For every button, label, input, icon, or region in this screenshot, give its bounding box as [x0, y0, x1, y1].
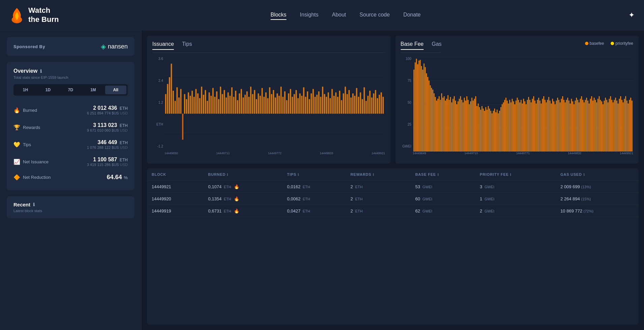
header: Watch the Burn Blocks Insights About Sou… — [0, 0, 644, 30]
nav-insights[interactable]: Insights — [300, 10, 318, 20]
burned-usd: 6 251 894 774 $US USD — [87, 111, 128, 115]
time-btn-7d[interactable]: 7D — [60, 86, 81, 94]
svg-rect-251 — [567, 98, 568, 152]
svg-rect-283 — [607, 102, 608, 152]
legend-priorityfee: priorityfee — [611, 41, 633, 46]
svg-rect-110 — [358, 97, 359, 113]
cell-priorityfee: 2 GWEI — [475, 205, 556, 217]
svg-rect-282 — [606, 100, 607, 152]
legend-basefee: basefee — [585, 41, 604, 46]
table-wrapper[interactable]: BLOCK BURNED ℹ TIPS ℹ REWARDS ℹ BASE FEE… — [147, 168, 639, 325]
theme-toggle-icon[interactable]: ✦ — [628, 11, 635, 20]
stat-net-issuance: 📈 Net Issuance 1 100 587 ETH 3 419 115 2… — [13, 153, 128, 170]
issuance-chart-card: Issuance Tips 3.6 2.4 1.2 ETH -1.2 — [147, 36, 391, 164]
flame-logo-icon — [9, 7, 24, 24]
sponsor-label: Sponsored By — [13, 44, 45, 49]
svg-rect-78 — [298, 98, 299, 113]
svg-rect-23 — [193, 97, 195, 113]
cell-gasused: 2 009 699 (13%) — [556, 181, 639, 193]
col-burned: BURNED ℹ — [204, 168, 282, 181]
header-right: ✦ — [614, 11, 635, 20]
svg-rect-8 — [167, 84, 168, 113]
svg-rect-288 — [614, 100, 615, 152]
nav-source-code[interactable]: Source code — [360, 10, 390, 20]
svg-rect-191 — [491, 113, 492, 152]
nansen-logo[interactable]: ◈ nansen — [101, 42, 128, 51]
cell-burned: 0,1354 ETH 🔥 — [204, 193, 282, 205]
svg-rect-117 — [371, 97, 372, 113]
net-reduction-label: Net Reduction — [23, 175, 51, 180]
svg-rect-40 — [225, 97, 227, 113]
tab-tips[interactable]: Tips — [182, 41, 192, 50]
nav-donate[interactable]: Donate — [403, 10, 421, 20]
net-issuance-usd: 3 419 115 286 $US USD — [87, 163, 128, 167]
tab-gas[interactable]: Gas — [432, 41, 441, 50]
recent-info-icon[interactable]: ℹ — [33, 202, 35, 207]
svg-rect-302 — [631, 101, 632, 152]
svg-rect-255 — [572, 101, 573, 152]
svg-rect-71 — [284, 91, 285, 113]
svg-rect-138 — [425, 67, 426, 152]
svg-rect-114 — [366, 101, 367, 113]
svg-rect-118 — [373, 93, 374, 113]
svg-rect-296 — [624, 99, 625, 152]
svg-rect-146 — [435, 97, 436, 152]
svg-rect-97 — [333, 96, 335, 113]
svg-rect-17 — [182, 114, 183, 140]
svg-rect-67 — [277, 93, 278, 113]
svg-rect-241 — [554, 104, 555, 152]
svg-rect-216 — [523, 99, 524, 152]
basefee-x-labels: 14449649 14449710 14449771 14449832 1444… — [413, 152, 634, 158]
svg-rect-58 — [259, 96, 261, 113]
table-row[interactable]: 14449921 0,1074 ETH 🔥 0,0162 ETH 2 ETH 5… — [147, 181, 639, 193]
svg-rect-224 — [533, 96, 534, 152]
svg-rect-133 — [418, 61, 419, 152]
cell-basefee: 60 GWEI — [410, 193, 475, 205]
svg-rect-109 — [356, 88, 357, 113]
recent-title-text: Recent — [13, 202, 30, 207]
svg-rect-44 — [233, 97, 235, 113]
svg-rect-292 — [619, 99, 620, 152]
nav-about[interactable]: About — [332, 10, 346, 20]
svg-rect-299 — [627, 103, 628, 152]
svg-rect-265 — [585, 100, 586, 152]
svg-rect-169 — [464, 98, 465, 152]
svg-rect-237 — [549, 101, 550, 152]
svg-rect-293 — [620, 96, 621, 152]
table-row[interactable]: 14449920 0,1354 ETH 🔥 0,0062 ETH 2 ETH 6… — [147, 193, 639, 205]
svg-rect-52 — [248, 97, 250, 113]
svg-rect-229 — [539, 101, 540, 152]
svg-rect-295 — [622, 102, 623, 152]
tab-issuance[interactable]: Issuance — [152, 41, 174, 50]
svg-rect-232 — [543, 96, 544, 152]
svg-rect-122 — [380, 92, 382, 113]
basefee-chart-svg — [413, 57, 634, 152]
table-row[interactable]: 14449919 0,6731 ETH 🔥 0,0427 ETH 2 ETH 6… — [147, 205, 639, 217]
time-btn-1h[interactable]: 1H — [15, 86, 36, 94]
svg-rect-301 — [630, 98, 631, 152]
svg-rect-262 — [581, 96, 582, 152]
svg-rect-175 — [471, 98, 472, 152]
svg-rect-32 — [211, 96, 212, 113]
time-btn-all[interactable]: All — [105, 86, 126, 94]
table-header: BLOCK BURNED ℹ TIPS ℹ REWARDS ℹ BASE FEE… — [147, 168, 639, 181]
svg-rect-173 — [469, 104, 470, 152]
overview-info-icon[interactable]: ℹ — [40, 69, 42, 74]
svg-rect-130 — [415, 62, 416, 152]
time-btn-1m[interactable]: 1M — [83, 86, 104, 94]
cell-block: 14449920 — [147, 193, 204, 205]
svg-rect-177 — [474, 99, 475, 152]
svg-rect-55 — [254, 90, 255, 113]
svg-rect-261 — [580, 99, 581, 152]
time-btn-1d[interactable]: 1D — [37, 86, 59, 94]
svg-rect-196 — [498, 113, 499, 152]
nav-blocks[interactable]: Blocks — [271, 10, 286, 20]
tab-basefee[interactable]: Base Fee — [401, 41, 424, 50]
svg-rect-50 — [244, 95, 246, 113]
svg-rect-270 — [591, 96, 592, 152]
time-filters: 1H 1D 7D 1M All — [13, 84, 128, 96]
svg-rect-143 — [431, 88, 432, 152]
net-issuance-value: 1 100 587 ETH — [87, 157, 128, 163]
svg-rect-248 — [563, 100, 564, 152]
issuance-chart-tabs: Issuance Tips — [152, 41, 385, 53]
